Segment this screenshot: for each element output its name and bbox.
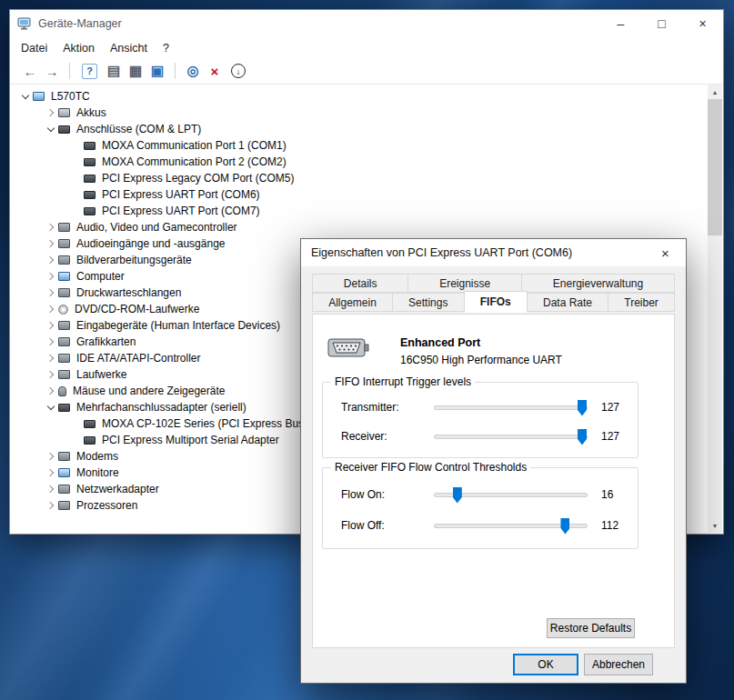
fifo-trigger-group: FIFO Interrupt Trigger levels Transmitte… — [322, 382, 638, 458]
tree-item-label: PCI Express UART Port (COM7) — [102, 205, 260, 217]
vertical-scrollbar[interactable]: ▲ ▼ — [708, 85, 722, 533]
maximize-button[interactable]: □ — [641, 10, 682, 37]
menu-item-aktion[interactable]: Aktion — [63, 40, 103, 56]
slider-value: 112 — [601, 519, 628, 532]
device-name: Enhanced Port — [400, 336, 562, 349]
expand-chevron-icon[interactable] — [44, 220, 58, 235]
tab-treiber[interactable]: Treiber — [608, 293, 675, 312]
tree-item-label: PCI Express Multiport Serial Adapter — [102, 434, 279, 446]
tab-allgemein[interactable]: Allgemein — [312, 293, 393, 312]
tab-energieverwaltung[interactable]: Energieverwaltung — [521, 274, 675, 293]
slider-track[interactable] — [434, 435, 588, 439]
expand-chevron-icon[interactable] — [44, 318, 58, 333]
tree-item[interactable]: PCI Express UART Port (COM7) — [11, 203, 708, 219]
expand-chevron-icon[interactable] — [44, 105, 58, 120]
forward-icon[interactable]: → — [41, 61, 63, 81]
slider-thumb[interactable] — [578, 429, 587, 445]
menu-bar: DateiAktionAnsicht? — [10, 37, 723, 58]
screen-icon[interactable]: ▣ — [146, 61, 168, 81]
tree-item[interactable]: MOXA Communication Port 1 (COM1) — [11, 137, 708, 154]
expand-chevron-icon[interactable] — [44, 335, 58, 349]
tree-item[interactable]: MOXA Communication Port 2 (COM2) — [11, 154, 708, 170]
slider-thumb[interactable] — [453, 487, 462, 504]
tree-item[interactable]: Anschlüsse (COM & LPT) — [11, 121, 708, 137]
scroll-down-icon[interactable]: ▼ — [708, 518, 722, 533]
cpu-icon — [58, 501, 70, 510]
fifos-tab-page: Enhanced Port 16C950 High Performance UA… — [312, 314, 675, 648]
dialog-footer: OK Abbrechen — [301, 646, 686, 683]
tree-item-label: Modems — [76, 450, 118, 463]
slider-track[interactable] — [434, 405, 588, 410]
title-bar[interactable]: Geräte-Manager – □ × — [10, 10, 723, 37]
expand-chevron-icon[interactable] — [44, 302, 58, 316]
scan-hardware-changes-icon[interactable]: ◎ — [182, 61, 204, 81]
expander-spacer — [69, 155, 84, 169]
tree-item-label: Mehrfachanschlussadapter (seriell) — [76, 401, 246, 414]
expand-chevron-icon[interactable] — [44, 285, 58, 300]
tree-item[interactable]: Audio, Video und Gamecontroller — [11, 219, 708, 235]
collapse-chevron-icon[interactable] — [44, 122, 58, 136]
scrollbar-thumb[interactable] — [708, 99, 722, 235]
menu-item-datei[interactable]: Datei — [21, 40, 55, 56]
tab-fifos[interactable]: FIFOs — [464, 291, 528, 313]
expander-spacer — [69, 204, 84, 218]
window-title: Geräte-Manager — [38, 17, 122, 30]
expand-chevron-icon[interactable] — [44, 269, 58, 284]
expand-chevron-icon[interactable] — [44, 384, 58, 398]
tree-item[interactable]: Akkus — [11, 105, 708, 121]
tab-settings[interactable]: Settings — [392, 293, 465, 312]
expand-chevron-icon[interactable] — [44, 236, 58, 251]
scroll-up-icon[interactable]: ▲ — [708, 85, 722, 99]
collapse-chevron-icon[interactable] — [18, 89, 33, 104]
tree-item[interactable]: PCI Express Legacy COM Port (COM5) — [11, 170, 708, 186]
tree-item[interactable]: PCI Express UART Port (COM6) — [11, 186, 708, 203]
computer-icon — [58, 272, 70, 281]
menu-item-?[interactable]: ? — [163, 40, 177, 56]
multiport-icon — [58, 404, 70, 412]
dialog-close-button[interactable]: × — [645, 239, 686, 266]
slider-label: Flow On: — [334, 488, 434, 501]
tab-details[interactable]: Details — [312, 274, 408, 293]
expand-chevron-icon[interactable] — [44, 351, 58, 365]
expand-chevron-icon[interactable] — [44, 367, 58, 382]
close-button[interactable]: × — [682, 10, 723, 37]
printer-icon — [58, 288, 70, 297]
tab-data-rate[interactable]: Data Rate — [527, 293, 608, 312]
help-icon[interactable]: ? — [82, 64, 97, 79]
slider-thumb[interactable] — [578, 400, 587, 416]
collapse-chevron-icon[interactable] — [44, 400, 58, 415]
slider-label: Receiver: — [334, 430, 434, 443]
tree-item[interactable]: L570TC — [11, 88, 708, 105]
uninstall-device-icon[interactable]: × — [204, 61, 226, 81]
network-icon — [58, 485, 70, 494]
expand-chevron-icon[interactable] — [44, 465, 58, 480]
disable-device-icon[interactable]: ↓ — [231, 64, 246, 78]
expand-chevron-icon[interactable] — [44, 498, 58, 513]
slider-row: Flow On:16 — [334, 483, 628, 506]
menu-item-ansicht[interactable]: Ansicht — [110, 40, 156, 56]
speaker-icon — [58, 239, 70, 248]
ok-button[interactable]: OK — [513, 654, 578, 675]
dialog-title-bar[interactable]: Eigenschaften von PCI Express UART Port … — [301, 239, 686, 266]
tree-item-label: MOXA CP-102E Series (PCI Express Bus) — [102, 417, 307, 430]
minimize-button[interactable]: – — [600, 10, 641, 37]
slider-track[interactable] — [434, 524, 588, 528]
tab-row-bottom: AllgemeinSettingsFIFOsData RateTreiber — [312, 293, 675, 312]
device-header: Enhanced Port 16C950 High Performance UA… — [327, 335, 674, 366]
console-tree-icon[interactable]: ▤ — [103, 61, 125, 81]
expand-chevron-icon[interactable] — [44, 482, 58, 496]
tree-item-label: Computer — [76, 270, 125, 283]
properties-icon[interactable]: ▦ — [125, 61, 146, 81]
multiport-icon — [84, 420, 96, 428]
scrollbar-track[interactable] — [708, 99, 722, 518]
tab-ereignisse[interactable]: Ereignisse — [407, 274, 522, 293]
expand-chevron-icon[interactable] — [44, 449, 58, 464]
slider-track[interactable] — [434, 493, 588, 497]
slider-thumb[interactable] — [560, 518, 569, 535]
cancel-button[interactable]: Abbrechen — [584, 654, 653, 675]
expand-chevron-icon[interactable] — [44, 253, 58, 267]
back-icon[interactable]: ← — [19, 61, 41, 81]
restore-defaults-button[interactable]: Restore Defaults — [547, 618, 635, 638]
ide-icon — [58, 354, 70, 363]
serial-connector-icon — [327, 335, 369, 362]
